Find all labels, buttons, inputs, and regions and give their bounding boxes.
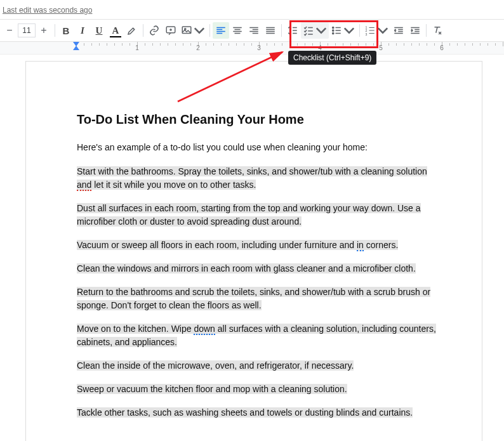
insert-link-button[interactable] xyxy=(146,22,162,39)
align-right-button[interactable] xyxy=(246,22,262,39)
bulleted-list-button[interactable] xyxy=(329,22,357,39)
last-edit-link[interactable]: Last edit was seconds ago xyxy=(3,6,92,15)
doc-paragraph: Return to the bathrooms and scrub the to… xyxy=(77,286,437,312)
doc-paragraph: Move on to the kitchen. Wipe down all su… xyxy=(77,322,437,349)
line-spacing-icon xyxy=(287,25,298,36)
checklist-icon xyxy=(303,25,314,36)
chevron-down-icon xyxy=(343,25,355,36)
decrease-indent-button[interactable] xyxy=(390,22,407,39)
align-justify-icon xyxy=(265,25,276,36)
numbered-list-button[interactable]: 123 xyxy=(362,22,390,39)
svg-point-4 xyxy=(333,30,334,31)
font-size-increase-button[interactable]: + xyxy=(37,23,51,37)
doc-paragraph: Dust all surfaces in each room, starting… xyxy=(77,202,437,228)
text-color-button[interactable]: A xyxy=(107,22,124,39)
font-size-input[interactable] xyxy=(18,23,36,37)
add-comment-button[interactable] xyxy=(162,22,179,39)
chevron-down-icon xyxy=(315,25,327,36)
doc-paragraph: Tackle other tasks, such as washing shee… xyxy=(77,406,437,419)
checklist-button[interactable] xyxy=(301,22,329,39)
ruler-number: 2 xyxy=(196,44,200,51)
align-center-icon xyxy=(232,25,243,36)
ruler-number: 1 xyxy=(135,44,139,51)
image-icon xyxy=(181,25,192,36)
doc-paragraph: Clean the inside of the microwave, oven,… xyxy=(77,359,437,372)
increase-indent-icon xyxy=(409,25,421,36)
comment-icon xyxy=(165,25,176,36)
page-area: To-Do List When Cleaning Your Home Here'… xyxy=(0,55,504,441)
doc-paragraph: Clean the windows and mirrors in each ro… xyxy=(77,262,437,275)
checklist-tooltip: Checklist (Ctrl+Shift+9) xyxy=(288,51,376,65)
doc-paragraph: Sweep or vacuum the kitchen floor and mo… xyxy=(77,383,437,396)
highlight-color-button[interactable] xyxy=(124,22,140,39)
italic-button[interactable]: I xyxy=(74,22,91,39)
bulleted-list-icon xyxy=(331,25,342,36)
align-right-icon xyxy=(248,25,260,36)
bold-button[interactable]: B xyxy=(58,22,74,39)
increase-indent-button[interactable] xyxy=(407,22,423,39)
align-left-button[interactable] xyxy=(213,22,229,39)
insert-image-button[interactable] xyxy=(179,22,207,39)
ruler-number: 3 xyxy=(257,44,261,51)
align-left-icon xyxy=(215,25,227,36)
clear-formatting-button[interactable] xyxy=(429,22,446,39)
font-size-decrease-button[interactable]: − xyxy=(3,23,17,37)
highlighter-icon xyxy=(126,25,138,36)
toolbar: − + B I U A xyxy=(0,19,504,42)
ruler-number: 5 xyxy=(379,44,383,51)
clear-formatting-icon xyxy=(432,25,443,36)
align-center-button[interactable] xyxy=(229,22,246,39)
line-spacing-button[interactable] xyxy=(284,22,301,39)
svg-point-3 xyxy=(333,27,334,28)
ruler-number: 6 xyxy=(440,44,444,51)
left-indent-marker[interactable] xyxy=(73,46,79,50)
underline-button[interactable]: U xyxy=(91,22,107,39)
doc-title: To-Do List When Cleaning Your Home xyxy=(77,112,437,127)
doc-intro: Here's an example of a to-do list you co… xyxy=(77,141,437,154)
numbered-list-icon: 123 xyxy=(364,25,376,36)
link-icon xyxy=(149,25,160,36)
ruler[interactable]: 123456 xyxy=(0,42,504,55)
align-justify-button[interactable] xyxy=(262,22,279,39)
chevron-down-icon xyxy=(377,25,388,36)
document-page[interactable]: To-Do List When Cleaning Your Home Here'… xyxy=(25,61,482,441)
svg-point-5 xyxy=(333,32,334,34)
doc-paragraph: Start with the bathrooms. Spray the toil… xyxy=(77,165,437,192)
svg-text:3: 3 xyxy=(366,32,368,36)
decrease-indent-icon xyxy=(393,25,404,36)
doc-paragraph: Vacuum or sweep all floors in each room,… xyxy=(77,239,437,252)
chevron-down-icon xyxy=(194,25,205,36)
